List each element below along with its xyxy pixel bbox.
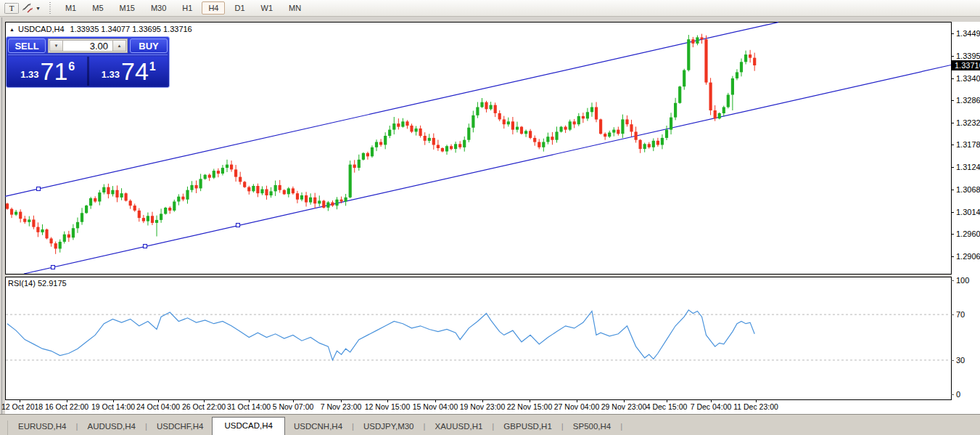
timeframe-button-d1[interactable]: D1 xyxy=(228,1,251,15)
collapse-triangle-icon[interactable]: ▲ xyxy=(9,27,15,32)
price-axis-label: 1.32320 xyxy=(956,118,980,127)
price-axis-tick xyxy=(951,190,954,190)
channel-handle[interactable] xyxy=(52,266,55,269)
channel-handle[interactable] xyxy=(144,245,147,248)
rsi-axis-tick xyxy=(951,280,954,281)
trade-panel-separator xyxy=(8,54,168,55)
price-axis-tick xyxy=(951,212,954,213)
rsi-axis-tick xyxy=(951,394,954,395)
price-axis-label: 1.30145 xyxy=(956,208,980,216)
price-axis-label: 1.33400 xyxy=(956,74,980,83)
chart-ohlc-values: 1.33935 1.34077 1.33695 1.33716 xyxy=(70,25,192,33)
price-axis-tick xyxy=(951,100,954,101)
price-axis-tick xyxy=(951,256,954,257)
channel-handle[interactable] xyxy=(236,224,240,227)
toolbar-grip[interactable] xyxy=(49,2,53,14)
price-axis-label: 1.31780 xyxy=(956,140,980,149)
price-axis-tick xyxy=(951,78,954,79)
channel-handle[interactable] xyxy=(37,187,41,191)
price-axis-tick xyxy=(951,123,954,123)
rsi-axis-label: 100 xyxy=(956,276,969,285)
chart-tabs-bar: EURUSD,H4|AUDUSD,H4|USDCHF,H4USDCAD,H4US… xyxy=(0,415,980,435)
chart-tab-usdchf-h4[interactable]: USDCHF,H4 xyxy=(148,419,213,435)
window-left-edge xyxy=(1,17,2,434)
rsi-axis-label: 30 xyxy=(956,356,965,365)
mt4-terminal-window: T ▼ M1M5M15M30H1H4D1W1MN ▲USDCAD,H41.339… xyxy=(0,0,980,435)
rsi-axis-label: 70 xyxy=(956,310,965,319)
price-axis-tick xyxy=(951,33,954,34)
chart-symbol-timeframe: USDCAD,H4 xyxy=(18,25,65,33)
current-price-tag: 1.33716 xyxy=(952,60,980,70)
timeframe-button-m1[interactable]: M1 xyxy=(59,1,83,15)
top-toolbar: T ▼ M1M5M15M30H1H4D1W1MN xyxy=(0,0,980,17)
price-axis-tick xyxy=(951,234,954,235)
chart-tab-sp500-h4[interactable]: SP500,H4 xyxy=(564,419,619,435)
price-axis-tick xyxy=(951,56,954,57)
chart-tab-usdcad-h4[interactable]: USDCAD,H4 xyxy=(212,417,284,435)
timeframe-button-h1[interactable]: H1 xyxy=(176,1,199,15)
timeframe-button-m5[interactable]: M5 xyxy=(86,1,110,15)
sell-button[interactable]: SELL xyxy=(8,38,46,53)
price-axis-label: 1.34495 xyxy=(956,29,980,38)
rsi-label: RSI(14) 52.9175 xyxy=(8,279,67,288)
chart-tab-audusd-h4[interactable]: AUDUSD,H4 xyxy=(78,419,144,435)
price-axis-label: 1.33955 xyxy=(956,52,980,60)
rsi-axis-tick xyxy=(951,360,954,361)
volume-spinner: ▼ 3.00 ▲ xyxy=(48,38,128,53)
chart-tab-eurusd-h4[interactable]: EURUSD,H4 xyxy=(9,419,75,435)
rsi-axis-label: 0 xyxy=(956,390,960,399)
buy-price-pips: 74 xyxy=(121,60,149,82)
rsi-line xyxy=(7,310,754,360)
tab-separator: | xyxy=(619,422,623,435)
arrows-icon xyxy=(22,3,33,13)
price-axis-label: 1.32860 xyxy=(956,96,980,105)
volume-decrease-button[interactable]: ▼ xyxy=(49,40,63,52)
chart-tab-xauusd-h1[interactable]: XAUUSD,H1 xyxy=(427,419,492,435)
arrow-style-tool-button[interactable]: ▼ xyxy=(22,1,41,15)
date-axis-label: 11 Dec 23:00 xyxy=(725,402,786,411)
text-tool-button[interactable]: T xyxy=(4,3,19,14)
timeframe-buttons: M1M5M15M30H1H4D1W1MN xyxy=(57,1,309,15)
dropdown-caret-icon: ▼ xyxy=(36,6,41,11)
price-axis-label: 1.29605 xyxy=(956,229,980,238)
price-axis-label: 1.31240 xyxy=(956,163,980,171)
timeframe-button-m15[interactable]: M15 xyxy=(113,1,141,15)
buy-price-quote[interactable]: 1.33 74 1 xyxy=(89,57,168,86)
price-axis-label: 1.30685 xyxy=(956,185,980,194)
buy-button[interactable]: BUY xyxy=(130,38,168,53)
timeframe-button-w1[interactable]: W1 xyxy=(255,1,280,15)
volume-input[interactable]: 3.00 xyxy=(63,40,112,52)
chart-tab-usdcnh-h4[interactable]: USDCNH,H4 xyxy=(285,419,351,435)
price-axis-tick xyxy=(951,145,954,145)
timeframe-button-m30[interactable]: M30 xyxy=(144,1,173,15)
buy-price-prefix: 1.33 xyxy=(102,69,120,80)
sell-price-prefix: 1.33 xyxy=(20,69,38,80)
channel-lower-line[interactable] xyxy=(24,65,951,275)
chart-tab-usdjpy-m30[interactable]: USDJPY,M30 xyxy=(355,419,422,435)
sell-price-quote[interactable]: 1.33 71 6 xyxy=(8,57,87,86)
buy-price-point: 1 xyxy=(149,60,156,73)
sell-price-point: 6 xyxy=(68,60,75,73)
timeframe-button-mn[interactable]: MN xyxy=(282,1,308,15)
rsi-axis-tick xyxy=(951,314,954,315)
chart-tab-gbpusd-h1[interactable]: GBPUSD,H1 xyxy=(495,419,560,435)
price-axis-label: 1.29065 xyxy=(956,252,980,261)
chart-title: ▲USDCAD,H41.33935 1.34077 1.33695 1.3371… xyxy=(9,25,192,33)
one-click-trade-panel: SELL ▼ 3.00 ▲ BUY 1.33 71 6 1.33 74 1 xyxy=(6,36,170,88)
price-axis-tick xyxy=(951,167,954,168)
timeframe-button-h4[interactable]: H4 xyxy=(202,1,225,15)
sell-price-pips: 71 xyxy=(41,60,68,82)
rsi-chart[interactable] xyxy=(5,277,951,399)
volume-increase-button[interactable]: ▲ xyxy=(112,40,126,52)
tabbar-edge xyxy=(0,420,8,435)
